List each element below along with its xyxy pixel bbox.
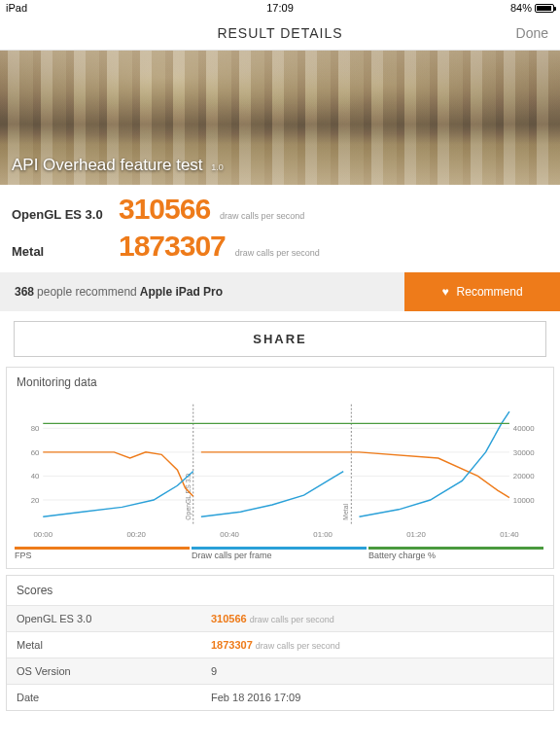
table-cell-label: Date <box>7 685 201 711</box>
status-time: 17:09 <box>189 2 371 14</box>
status-bar: iPad 17:09 84% <box>0 0 560 16</box>
top-scores: OpenGL ES 3.0 310566 draw calls per seco… <box>0 185 560 272</box>
status-battery-pct: 84% <box>510 2 532 14</box>
chart-legend: FPS Draw calls per frame Battery charge … <box>15 547 545 560</box>
score-value: 310566 <box>119 193 210 226</box>
table-row: Metal1873307draw calls per second <box>7 632 553 658</box>
legend-dcpf: Draw calls per frame <box>192 547 368 560</box>
score-unit: draw calls per second <box>235 248 320 258</box>
hero-title: API Overhead feature test 1.0 <box>12 156 224 175</box>
monitoring-title: Monitoring data <box>7 368 553 397</box>
score-label: Metal <box>12 244 109 259</box>
heart-icon: ♥ <box>441 285 448 299</box>
table-row: OpenGL ES 3.0310566draw calls per second <box>7 606 553 632</box>
table-cell-value: Feb 18 2016 17:09 <box>201 685 553 711</box>
recommend-verb: people recommend <box>37 285 137 299</box>
svg-text:01:40: 01:40 <box>500 530 519 539</box>
svg-text:30000: 30000 <box>513 448 535 457</box>
legend-fps: FPS <box>15 547 192 560</box>
svg-text:40: 40 <box>31 472 40 480</box>
svg-text:00:40: 00:40 <box>220 530 239 539</box>
battery-icon <box>535 4 554 13</box>
nav-bar: RESULT DETAILS Done <box>0 16 560 51</box>
table-cell-value: 9 <box>201 658 553 685</box>
table-cell-label: OS Version <box>7 658 201 685</box>
svg-text:10000: 10000 <box>513 496 535 505</box>
table-cell-value: 1873307draw calls per second <box>201 632 553 658</box>
hero-version: 1.0 <box>211 162 224 172</box>
svg-text:OpenGL ES 3.0: OpenGL ES 3.0 <box>185 474 192 520</box>
score-row-opengl: OpenGL ES 3.0 310566 draw calls per seco… <box>12 191 548 228</box>
recommend-button[interactable]: ♥ Recommend <box>404 272 560 311</box>
svg-text:20: 20 <box>31 496 40 505</box>
monitoring-panel: Monitoring data 204060801000020000300004… <box>6 367 554 569</box>
table-cell-label: Metal <box>7 632 201 658</box>
score-row-metal: Metal 1873307 draw calls per second <box>12 228 548 265</box>
svg-text:00:20: 00:20 <box>126 530 146 539</box>
score-unit: draw calls per second <box>220 211 304 221</box>
table-cell-label: OpenGL ES 3.0 <box>7 606 201 632</box>
svg-text:Metal: Metal <box>342 504 349 520</box>
share-button[interactable]: SHARE <box>14 321 546 357</box>
svg-text:40000: 40000 <box>513 424 535 433</box>
svg-text:20000: 20000 <box>513 472 535 480</box>
recommend-bar: 368 people recommend Apple iPad Pro ♥ Re… <box>0 272 560 311</box>
scores-panel: Scores OpenGL ES 3.0310566draw calls per… <box>6 575 554 711</box>
hero-image: API Overhead feature test 1.0 <box>0 51 560 185</box>
page-title: RESULT DETAILS <box>217 25 342 41</box>
svg-text:60: 60 <box>31 448 40 457</box>
scores-table: OpenGL ES 3.0310566draw calls per second… <box>7 605 553 710</box>
share-section: SHARE <box>0 311 560 367</box>
legend-batt: Battery charge % <box>368 547 545 560</box>
score-label: OpenGL ES 3.0 <box>12 207 109 222</box>
recommend-text: 368 people recommend Apple iPad Pro <box>0 272 404 311</box>
status-right: 84% <box>371 2 554 14</box>
scores-title: Scores <box>7 576 553 605</box>
hero-title-text: API Overhead feature test <box>12 156 203 174</box>
monitoring-chart: 204060801000020000300004000000:0000:2000… <box>15 397 545 543</box>
svg-text:01:00: 01:00 <box>313 530 332 539</box>
recommend-button-label: Recommend <box>457 285 523 299</box>
svg-text:01:20: 01:20 <box>406 530 426 539</box>
table-row: OS Version9 <box>7 658 553 685</box>
recommend-product: Apple iPad Pro <box>140 285 223 299</box>
svg-text:80: 80 <box>31 424 40 433</box>
table-row: DateFeb 18 2016 17:09 <box>7 685 553 711</box>
score-value: 1873307 <box>119 230 226 263</box>
done-button[interactable]: Done <box>516 25 548 41</box>
status-device: iPad <box>6 2 189 14</box>
svg-text:00:00: 00:00 <box>33 530 52 539</box>
table-cell-value: 310566draw calls per second <box>201 606 553 632</box>
recommend-count: 368 <box>15 285 34 299</box>
